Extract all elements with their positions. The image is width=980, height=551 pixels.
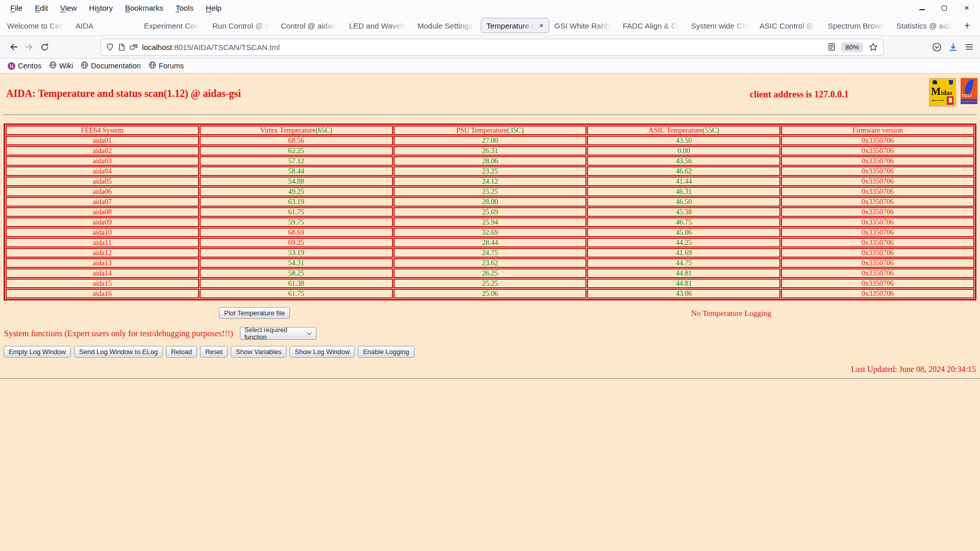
bookmark-centos[interactable]: Centos (8, 62, 41, 70)
tab-statistics-aidas[interactable]: Statistics @ aidas (891, 18, 960, 33)
menu-tools[interactable]: Tools (169, 4, 200, 12)
menu-file[interactable]: File (4, 4, 29, 12)
url-host: localhost (142, 43, 172, 52)
tab-label: Temperature an (486, 21, 536, 30)
tab-fadc-align-co[interactable]: FADC Align & Co (618, 18, 686, 33)
forward-button[interactable] (21, 39, 37, 55)
cell-asic: 41.44 (587, 177, 780, 186)
menu-bar: FileEditViewHistoryBookmarksToolsHelp × (0, 0, 980, 16)
window-controls: × (918, 4, 976, 12)
page-icon[interactable] (118, 43, 125, 51)
tcl-powered-logo[interactable]: TCL! POWERED (961, 78, 977, 104)
close-button[interactable]: × (963, 4, 971, 12)
maximize-button[interactable] (940, 4, 948, 12)
download-icon[interactable] (948, 42, 958, 52)
tab-module-settings[interactable]: Module Settings (412, 18, 481, 33)
column-header-asic-temperature: ASIC Temperature(55C) (587, 126, 780, 135)
tab-control-aidas[interactable]: Control @ aidas- (276, 18, 344, 33)
cell-firmware: 0x3350706 (781, 136, 974, 145)
bookmark-wiki[interactable]: Wiki (49, 61, 73, 70)
zoom-level-badge[interactable]: 80% (841, 42, 863, 52)
cell-psu: 27.00 (394, 136, 587, 145)
tab-welcome-to-cent[interactable]: Welcome to Cent (2, 18, 70, 33)
tab-label: GSI White Rabbit (554, 21, 612, 30)
cell-asic: 46.62 (587, 166, 780, 176)
empty-log-window-button[interactable]: Empty Log Window (4, 346, 71, 358)
logos: Midas powered by TCL! POWERED (929, 78, 977, 107)
function-select[interactable]: Select required function (240, 327, 316, 340)
tab-bar: Welcome to CentAIDAExperiment ContrRun C… (0, 16, 980, 35)
cell-psu: 26.25 (394, 268, 587, 278)
tab-experiment-contr[interactable]: Experiment Contr (139, 18, 207, 33)
menu-help[interactable]: Help (200, 4, 228, 12)
menu-view[interactable]: View (54, 4, 83, 12)
column-header-psu-temperature: PSU Temperature(35C) (394, 126, 587, 135)
tab-gsi-white-rabbit[interactable]: GSI White Rabbit (549, 18, 618, 33)
tcl-feather-icon (964, 79, 974, 95)
new-tab-button[interactable]: + (960, 18, 975, 33)
app-menu-icon[interactable] (965, 42, 974, 52)
cell-asic: 43.56 (587, 156, 780, 166)
centos-logo-icon (8, 62, 15, 70)
midas-powered-by: powered by (932, 99, 944, 102)
tabs: Welcome to CentAIDAExperiment ContrRun C… (2, 18, 960, 33)
globe-icon (149, 61, 156, 70)
site-permissions-icon[interactable] (130, 43, 138, 51)
cell-virtex: 57.12 (200, 156, 393, 166)
back-button[interactable] (6, 39, 21, 55)
tab-asic-control-a[interactable]: ASIC Control @ a (754, 18, 823, 33)
table-row: aida0763.1928.0046.500x3350706 (6, 197, 974, 207)
cell-psu: 25.25 (394, 279, 587, 288)
table-row: aida0458.4423.2546.620x3350706 (6, 166, 974, 176)
enable-logging-button[interactable]: Enable Logging (358, 346, 414, 358)
show-log-window-button[interactable]: Show Log Window (289, 346, 355, 358)
cell-system: aida09 (6, 217, 199, 227)
table-row: aida1354.3123.6244.750x3350706 (6, 258, 974, 268)
menu-bookmarks[interactable]: Bookmarks (119, 4, 169, 12)
cell-virtex: 54.88 (200, 177, 393, 186)
tab-aida[interactable]: AIDA (70, 18, 139, 33)
system-functions-row: System functions (Expert users only for … (4, 327, 980, 340)
tab-label: Statistics @ aidas (896, 21, 954, 30)
tab-run-control-ai[interactable]: Run Control @ ai (207, 18, 276, 33)
shield-icon[interactable] (106, 43, 114, 51)
minimize-button[interactable] (918, 4, 926, 12)
cell-virtex: 68.69 (200, 228, 393, 237)
divider-bottom (0, 378, 980, 379)
cell-virtex: 63.19 (200, 197, 393, 207)
bookmark-label: Wiki (59, 62, 73, 70)
bookmark-documentation[interactable]: Documentation (81, 61, 141, 70)
menu-edit[interactable]: Edit (29, 4, 54, 12)
tab-close-icon[interactable]: × (539, 22, 544, 29)
cell-asic: 46.75 (587, 217, 780, 227)
tab-spectrum-browse[interactable]: Spectrum Browse (823, 18, 891, 33)
cell-psu: 25.94 (394, 217, 587, 227)
bookmarks-bar: CentosWikiDocumentationForums (0, 59, 980, 73)
url-bar[interactable]: localhost:8015/AIDA/TSCAN/TSCAN.tml 80% (101, 39, 884, 56)
pocket-icon[interactable] (932, 42, 942, 52)
reader-mode-icon[interactable] (828, 43, 836, 51)
menu-history[interactable]: History (83, 4, 119, 12)
reload-button[interactable]: Reload (166, 346, 197, 358)
midas-logo[interactable]: Midas powered by (929, 78, 956, 107)
bookmark-star-icon[interactable] (869, 42, 878, 52)
bookmark-forums[interactable]: Forums (149, 61, 184, 70)
cell-virtex: 62.25 (200, 146, 393, 156)
tab-system-wide-che[interactable]: System wide Che (686, 18, 754, 33)
cell-asic: 45.38 (587, 207, 780, 217)
reload-button[interactable] (37, 39, 52, 55)
tab-temperature-an[interactable]: Temperature an× (481, 18, 549, 33)
action-buttons-row: Empty Log WindowSend Log Window to ELogR… (4, 346, 980, 358)
column-header-fee64-system: FEE64 System (6, 126, 199, 135)
plot-temperature-button[interactable]: Plot Temperature file (219, 307, 290, 319)
bookmark-label: Documentation (91, 62, 141, 70)
send-log-window-to-elog-button[interactable]: Send Log Window to ELog (74, 346, 163, 358)
tab-led-and-wavefor[interactable]: LED and Wavefor (344, 18, 412, 33)
cell-psu: 32.69 (394, 228, 587, 237)
cell-asic: 44.75 (587, 258, 780, 268)
cell-firmware: 0x3350706 (781, 187, 974, 196)
cell-firmware: 0x3350706 (781, 258, 974, 268)
reset-button[interactable]: Reset (200, 346, 228, 358)
show-variables-button[interactable]: Show Variables (231, 346, 286, 358)
cell-virtex: 69.25 (200, 238, 393, 247)
